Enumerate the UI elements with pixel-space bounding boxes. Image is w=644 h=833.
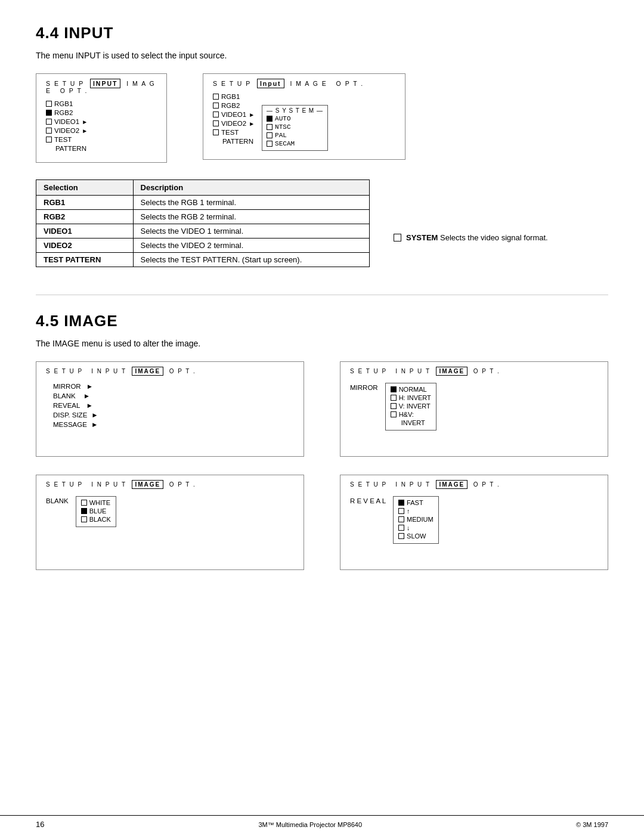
lbl-mirror-hinvert: H: INVERT <box>399 394 431 401</box>
lbl-blank-blue: BLUE <box>89 507 107 515</box>
arr-blank: ► <box>83 392 90 400</box>
system-item-secam: SECAM <box>267 140 323 147</box>
input-diagrams-row: S E T U P INPUT I M A G E O P T . RGB1 R… <box>36 73 608 163</box>
arr2-video1: ► <box>249 112 255 118</box>
lbl-blank-black: BLACK <box>89 516 111 523</box>
system-label: — S Y S T E M — <box>267 107 323 114</box>
system-note: SYSTEM Selects the video signal format. <box>394 233 548 242</box>
img-item-blank: BLANK ► <box>53 392 294 400</box>
lbl-reveal-medium: MEDIUM <box>407 516 434 523</box>
reveal-up: ↑ <box>398 507 434 515</box>
input-active-menu-2: Input <box>257 79 284 88</box>
chk-blank-blue <box>81 508 87 514</box>
input-selection-table: Selection Description RGB1 Selects the R… <box>36 179 370 267</box>
table-cell-video2-desc: Selects the VIDEO 2 terminal. <box>133 239 369 253</box>
chk2-test <box>213 129 219 135</box>
mirror-hvinvert: H&V: <box>391 411 431 418</box>
chk-reveal-down <box>398 525 404 531</box>
arr-message: ► <box>91 421 98 428</box>
chk2-rgb2 <box>213 103 219 109</box>
lbl-blank: BLANK <box>53 392 76 400</box>
footer-center: 3M™ Multimedia Projector MP8640 <box>258 821 362 828</box>
input2-item-pattern: PATTERN <box>213 138 255 145</box>
table-header-selection: Selection <box>36 180 134 196</box>
input-diagram-2: S E T U P Input I M A G E O P T . RGB1 R… <box>203 73 405 160</box>
reveal-slow: SLOW <box>398 532 434 540</box>
table-cell-rgb2-label: RGB2 <box>36 210 134 224</box>
input-table-container: Selection Description RGB1 Selects the R… <box>36 179 370 273</box>
chk-blank-black <box>81 516 87 522</box>
table-cell-rgb1-desc: Selects the RGB 1 terminal. <box>133 196 369 210</box>
table-row: RGB1 Selects the RGB 1 terminal. <box>36 196 370 210</box>
chk-reveal-slow <box>398 533 404 539</box>
lbl-reveal-fast: FAST <box>407 499 423 506</box>
chk2-rgb1 <box>213 94 219 100</box>
table-cell-video1-label: VIDEO1 <box>36 224 134 239</box>
image-diagrams-grid: S E T U P I N P U T IMAGE O P T . MIRROR… <box>36 361 608 570</box>
img-item-mirror: MIRROR ► <box>53 383 294 390</box>
mirror-vinvert: V: INVERT <box>391 402 431 410</box>
lbl2-video2: VIDEO2 <box>221 120 246 127</box>
arrow-video2: ► <box>82 128 88 134</box>
chk2-video2 <box>213 120 219 126</box>
blank-submenu-box: WHITE BLUE BLACK <box>76 496 116 527</box>
checkbox-test <box>46 137 52 143</box>
lbl-mirror: MIRROR <box>53 383 81 390</box>
arr2-video2: ► <box>249 120 255 127</box>
page-footer: 16 3M™ Multimedia Projector MP8640 © 3M … <box>0 815 644 833</box>
reveal-fast: FAST <box>398 499 434 506</box>
lbl2-rgb2: RGB2 <box>221 102 240 109</box>
lbl-invert: INVERT <box>401 419 425 426</box>
chk-sys-ntsc <box>267 124 273 130</box>
chk2-video1 <box>213 112 219 117</box>
img-active-3: IMAGE <box>132 480 163 489</box>
input-section-heading: 4.4 INPUT <box>36 24 608 42</box>
input-item-video2: VIDEO2 ► <box>46 127 157 134</box>
img-diag3-menubar: S E T U P I N P U T IMAGE O P T . <box>46 481 294 488</box>
table-cell-testpattern-label: TEST PATTERN <box>36 253 134 267</box>
lbl-sys-auto: AUTO <box>275 115 290 122</box>
lbl-dispsize: DISP. SIZE <box>53 411 87 419</box>
image-diagram-1: S E T U P I N P U T IMAGE O P T . MIRROR… <box>36 361 304 457</box>
image-section-heading: 4.5 IMAGE <box>36 312 608 330</box>
lbl-sys-secam: SECAM <box>275 140 295 147</box>
reveal-prefix: R E V E A L <box>350 497 386 504</box>
arrow-video1: ► <box>82 119 88 125</box>
img-diag4-menubar: S E T U P I N P U T IMAGE O P T . <box>350 481 598 488</box>
table-header-description: Description <box>133 180 369 196</box>
checkbox-video2 <box>46 128 52 134</box>
img-active-1: IMAGE <box>132 367 163 376</box>
reveal-submenu-box: FAST ↑ MEDIUM ↓ SLOW <box>393 496 439 544</box>
table-cell-rgb2-desc: Selects the RGB 2 terminal. <box>133 210 369 224</box>
chk-mirror-normal <box>391 386 397 392</box>
chk-reveal-up <box>398 508 404 514</box>
mirror-normal: NORMAL <box>391 386 431 393</box>
input2-item-rgb1: RGB1 <box>213 93 255 100</box>
label-video1: VIDEO1 <box>54 118 79 125</box>
system-note-icon <box>394 234 401 241</box>
input-item-video1: VIDEO1 ► <box>46 118 157 125</box>
table-row: TEST PATTERN Selects the TEST PATTERN. (… <box>36 253 370 267</box>
img-active-2: IMAGE <box>436 367 467 376</box>
chk-mirror-hinvert <box>391 395 397 401</box>
input-diagram-1: S E T U P INPUT I M A G E O P T . RGB1 R… <box>36 73 167 163</box>
lbl-mirror-normal: NORMAL <box>399 386 427 393</box>
section-divider <box>36 295 608 295</box>
chk-sys-secam <box>267 141 273 147</box>
table-row: VIDEO1 Selects the VIDEO 1 terminal. <box>36 224 370 239</box>
mirror-hinvert: H: INVERT <box>391 394 431 401</box>
checkbox-rgb2 <box>46 110 52 116</box>
table-cell-video2-label: VIDEO2 <box>36 239 134 253</box>
system-item-ntsc: NTSC <box>267 123 323 131</box>
system-submenu: — S Y S T E M — AUTO NTSC PAL <box>262 105 328 151</box>
table-cell-video1-desc: Selects the VIDEO 1 terminal. <box>133 224 369 239</box>
lbl2-rgb1: RGB1 <box>221 93 240 100</box>
system-note-text: SYSTEM Selects the video signal format. <box>406 233 548 242</box>
checkbox-rgb1 <box>46 101 52 107</box>
lbl-reveal: REVEAL <box>53 402 80 409</box>
img-active-4: IMAGE <box>436 480 467 489</box>
blank-submenu-container: BLANK WHITE BLUE BLACK <box>46 496 294 527</box>
input2-item-video2: VIDEO2 ► <box>213 120 255 127</box>
input-diag1-menubar: S E T U P INPUT I M A G E O P T . <box>46 80 157 94</box>
image-diagram-3: S E T U P I N P U T IMAGE O P T . BLANK … <box>36 475 304 570</box>
